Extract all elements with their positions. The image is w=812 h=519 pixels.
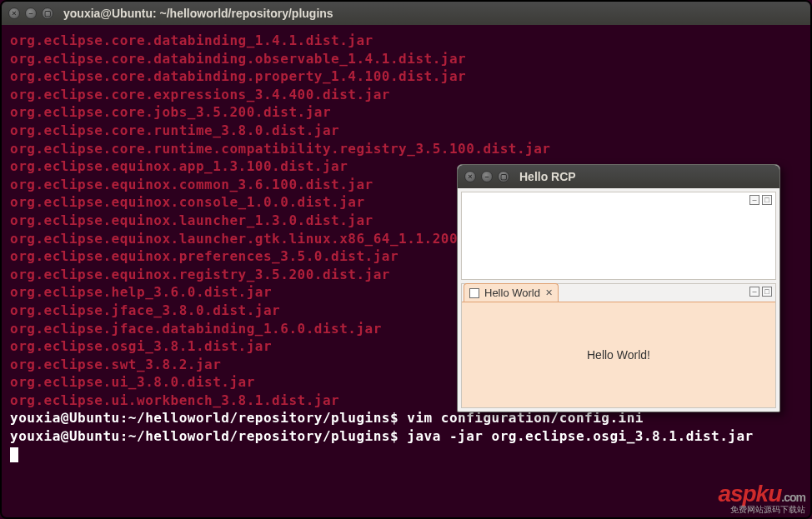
close-icon[interactable]: × xyxy=(464,171,476,182)
tab-label: Hello World xyxy=(484,287,540,299)
file-line: org.eclipse.core.jobs_3.5.200.dist.jar xyxy=(10,103,802,122)
watermark-brand: aspku xyxy=(718,481,781,507)
empty-pane: – □ xyxy=(461,192,776,280)
tab-hello-world[interactable]: Hello World ✕ xyxy=(464,283,559,302)
file-line: org.eclipse.core.expressions_3.4.400.dis… xyxy=(10,86,802,104)
file-line: org.eclipse.core.databinding.observable_… xyxy=(10,50,802,68)
file-line: org.eclipse.core.runtime.compatibility.r… xyxy=(10,140,802,158)
minimize-pane-icon[interactable]: – xyxy=(749,287,759,297)
watermark-tld: .com xyxy=(781,491,805,504)
minimize-icon[interactable]: – xyxy=(25,7,37,19)
cursor xyxy=(10,446,802,464)
terminal-titlebar: × – ▢ youxia@Ubuntu: ~/helloworld/reposi… xyxy=(2,2,810,25)
maximize-pane-icon[interactable]: □ xyxy=(762,287,772,297)
prompt-line: youxia@Ubuntu:~/helloworld/repository/pl… xyxy=(10,427,802,446)
window-buttons: × – ▢ xyxy=(464,171,509,182)
close-icon[interactable]: × xyxy=(8,7,20,19)
tab-row: Hello World ✕ xyxy=(462,284,775,302)
watermark-subtitle: 免费网站源码下载站 xyxy=(730,505,805,514)
file-line: org.eclipse.core.databinding_1.4.1.dist.… xyxy=(10,32,802,50)
minimize-pane-icon[interactable]: – xyxy=(749,195,759,205)
window-buttons: × – ▢ xyxy=(8,7,53,19)
maximize-icon[interactable]: ▢ xyxy=(498,171,509,182)
view-content: Hello World! xyxy=(462,302,775,407)
file-line: org.eclipse.core.databinding.property_1.… xyxy=(10,67,802,86)
view-icon xyxy=(469,288,479,298)
minimize-icon[interactable]: – xyxy=(481,171,493,182)
rcp-title: Hello RCP xyxy=(519,170,576,183)
hello-world-label: Hello World! xyxy=(587,348,650,362)
rcp-titlebar[interactable]: × – ▢ Hello RCP xyxy=(458,165,779,188)
rcp-window[interactable]: × – ▢ Hello RCP – □ – □ Hello World ✕ xyxy=(457,164,780,412)
maximize-icon[interactable]: ▢ xyxy=(42,7,53,19)
pane-controls: – □ xyxy=(749,287,772,297)
view-pane: – □ Hello World ✕ Hello World! xyxy=(461,283,776,408)
file-line: org.eclipse.core.runtime_3.8.0.dist.jar xyxy=(10,122,802,140)
pane-controls: – □ xyxy=(749,195,772,205)
terminal-title: youxia@Ubuntu: ~/helloworld/repository/p… xyxy=(63,7,333,20)
rcp-body: – □ – □ Hello World ✕ Hello World! xyxy=(458,188,779,412)
watermark: aspku.com 免费网站源码下载站 xyxy=(718,482,805,514)
maximize-pane-icon[interactable]: □ xyxy=(762,195,772,205)
close-tab-icon[interactable]: ✕ xyxy=(545,287,553,298)
